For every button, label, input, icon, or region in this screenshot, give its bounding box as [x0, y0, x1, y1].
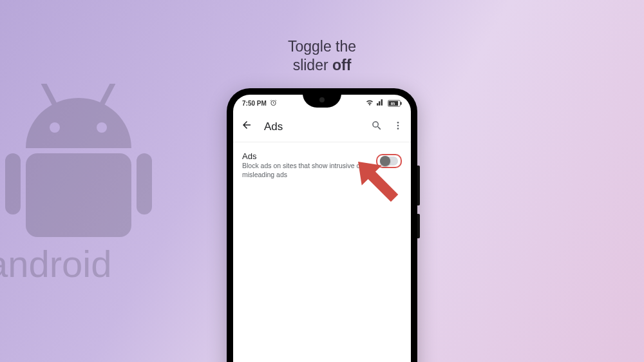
svg-rect-5 [5, 153, 21, 214]
setting-description: Block ads on sites that show intrusive o… [242, 162, 370, 179]
android-watermark: android [0, 84, 167, 299]
svg-rect-9 [401, 102, 402, 104]
toggle-highlight [376, 154, 402, 168]
instruction-line1: Toggle the [288, 38, 356, 55]
svg-point-14 [397, 128, 399, 129]
search-icon[interactable] [371, 120, 383, 134]
instruction-line2-bold: off [332, 57, 351, 73]
instruction-text: Toggle the slider off [0, 37, 644, 75]
setting-title: Ads [242, 151, 370, 161]
page-title: Ads [264, 120, 361, 133]
ads-setting-row[interactable]: Ads Block ads on sites that show intrusi… [233, 142, 411, 179]
phone-mockup: 7:50 PM 85 Ads [227, 88, 417, 362]
ads-toggle[interactable] [380, 157, 398, 166]
svg-rect-6 [137, 153, 152, 214]
more-icon[interactable] [393, 120, 403, 133]
phone-volume-button [417, 166, 420, 205]
svg-line-0 [44, 84, 58, 111]
svg-rect-4 [26, 153, 131, 237]
phone-power-button [417, 214, 420, 238]
svg-point-12 [397, 122, 399, 124]
alarm-icon [270, 99, 277, 108]
svg-line-1 [99, 84, 113, 111]
signal-icon [377, 99, 384, 107]
svg-point-2 [50, 122, 60, 133]
svg-text:85: 85 [391, 101, 395, 105]
app-header: Ads [233, 111, 411, 142]
svg-point-13 [397, 124, 399, 126]
back-arrow-icon[interactable] [241, 119, 252, 134]
svg-point-3 [97, 122, 107, 133]
wifi-icon [366, 99, 374, 107]
instruction-line2-plain: slider [293, 57, 332, 73]
battery-icon: 85 [388, 100, 402, 107]
phone-screen: 7:50 PM 85 Ads [233, 95, 411, 362]
watermark-text: android [0, 243, 111, 285]
toggle-knob [380, 156, 390, 166]
status-time: 7:50 PM [242, 100, 267, 107]
